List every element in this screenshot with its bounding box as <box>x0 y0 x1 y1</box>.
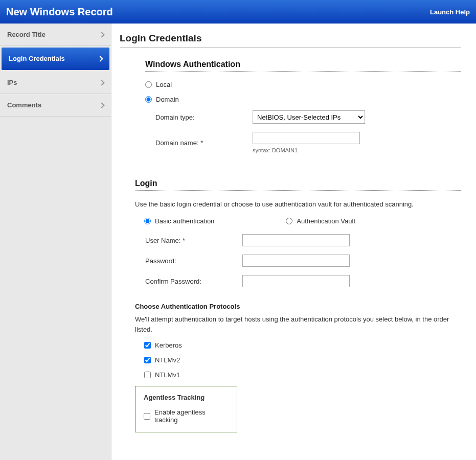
username-label: User Name: * <box>135 237 242 244</box>
protocols-desc: We'll attempt authentication to target h… <box>135 314 461 334</box>
login-method-radios: Basic authentication Authentication Vaul… <box>135 217 461 225</box>
radio-domain-label: Domain <box>156 96 179 103</box>
page-header-title: New Windows Record <box>6 6 113 18</box>
domain-type-select[interactable]: NetBIOS, User-Selected IPs <box>253 110 365 124</box>
domain-type-label: Domain type: <box>145 113 253 121</box>
section-title-login: Login <box>135 179 461 191</box>
page-title: Login Credentials <box>120 33 461 48</box>
checkbox-ntlmv2[interactable] <box>144 357 151 363</box>
sidebar-item-label: IPs <box>7 79 17 86</box>
radio-domain[interactable] <box>145 96 152 103</box>
radio-local[interactable] <box>145 81 152 88</box>
protocols-section: Choose Authentication Protocols We'll at… <box>135 303 461 432</box>
protocol-ntlmv2-row: NTLMv2 <box>135 356 461 364</box>
login-description: Use the basic login credential or choose… <box>135 200 461 209</box>
confirm-password-input[interactable] <box>242 275 350 287</box>
domain-name-hint: syntax: DOMAIN1 <box>253 147 360 153</box>
checkbox-agentless-label: Enable agentless tracking <box>154 408 229 424</box>
sidebar-item-label: Record Title <box>7 31 46 38</box>
password-row: Password: <box>135 255 461 267</box>
password-label: Password: <box>135 257 242 265</box>
section-title-auth: Windows Authentication <box>145 60 461 72</box>
domain-name-input[interactable] <box>253 132 360 144</box>
sidebar-item-label: Comments <box>7 101 41 109</box>
main-content: Login Credentials Windows Authentication… <box>111 24 476 460</box>
confirm-password-row: Confirm Password: <box>135 275 461 287</box>
login-section: Login Use the basic login credential or … <box>135 179 461 432</box>
chevron-right-icon <box>99 32 104 37</box>
checkbox-ntlmv1-label: NTLMv1 <box>155 371 180 379</box>
password-input[interactable] <box>242 255 350 267</box>
checkbox-agentless[interactable] <box>144 413 150 420</box>
checkbox-kerberos[interactable] <box>144 342 151 349</box>
auth-domain-row: Domain <box>145 96 461 103</box>
windows-auth-section: Windows Authentication Local Domain Doma… <box>145 60 461 153</box>
radio-basic-auth[interactable] <box>144 218 151 224</box>
sidebar: Record Title Login Credentials IPs Comme… <box>0 24 111 460</box>
domain-name-label: Domain name: * <box>145 139 253 147</box>
radio-local-label: Local <box>156 81 172 88</box>
sidebar-item-ips[interactable]: IPs <box>0 72 111 94</box>
confirm-password-label: Confirm Password: <box>135 278 242 285</box>
protocol-ntlmv1-row: NTLMv1 <box>135 371 461 379</box>
sidebar-item-label: Login Credentials <box>9 55 65 62</box>
sidebar-item-login-credentials[interactable]: Login Credentials <box>2 48 109 70</box>
checkbox-ntlmv1[interactable] <box>144 372 151 378</box>
username-input[interactable] <box>242 234 350 246</box>
checkbox-kerberos-label: Kerberos <box>155 341 182 349</box>
username-row: User Name: * <box>135 234 461 246</box>
protocols-title: Choose Authentication Protocols <box>135 303 461 310</box>
chevron-right-icon <box>99 80 104 85</box>
sidebar-item-comments[interactable]: Comments <box>0 94 111 117</box>
agentless-title: Agentless Tracking <box>144 394 229 401</box>
checkbox-ntlmv2-label: NTLMv2 <box>155 356 180 364</box>
agentless-check-row: Enable agentless tracking <box>144 408 229 424</box>
header-bar: New Windows Record Launch Help <box>0 0 476 24</box>
radio-vault-label: Authentication Vault <box>297 217 355 225</box>
launch-help-link[interactable]: Launch Help <box>430 8 470 16</box>
domain-name-row: Domain name: * syntax: DOMAIN1 <box>145 132 461 153</box>
radio-auth-vault[interactable] <box>286 218 292 224</box>
domain-type-row: Domain type: NetBIOS, User-Selected IPs <box>145 110 461 124</box>
protocol-kerberos-row: Kerberos <box>135 341 461 349</box>
agentless-tracking-box: Agentless Tracking Enable agentless trac… <box>135 386 237 432</box>
sidebar-item-record-title[interactable]: Record Title <box>0 24 111 46</box>
auth-local-row: Local <box>145 81 461 88</box>
chevron-right-icon <box>97 56 103 61</box>
radio-basic-label: Basic authentication <box>155 217 214 225</box>
chevron-right-icon <box>99 102 104 108</box>
